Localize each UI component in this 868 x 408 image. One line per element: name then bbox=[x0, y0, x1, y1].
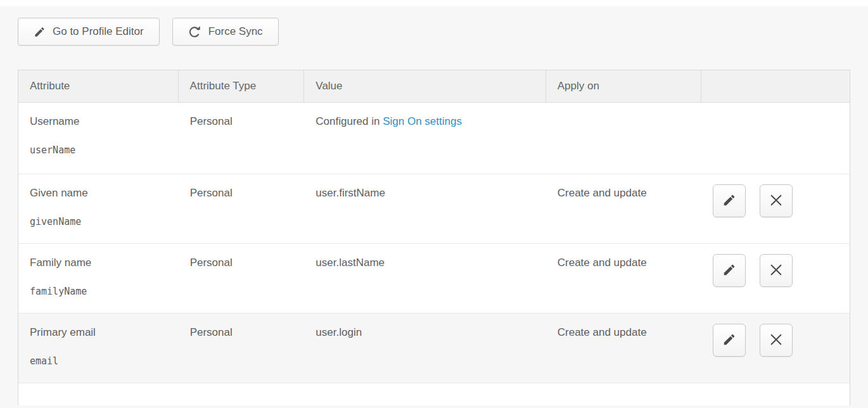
attribute-value: user.login bbox=[304, 314, 546, 383]
pencil-icon bbox=[722, 333, 736, 348]
table-row-username: Username userName Personal Configured in… bbox=[18, 103, 850, 174]
pencil-icon bbox=[34, 26, 46, 38]
close-icon bbox=[769, 193, 783, 209]
edit-attribute-button[interactable] bbox=[713, 254, 746, 287]
attribute-label: Family name bbox=[30, 257, 170, 269]
table-row-family-name: Family name familyName Personal user.las… bbox=[18, 244, 850, 314]
column-header-value: Value bbox=[304, 70, 546, 102]
row-actions bbox=[701, 314, 850, 383]
attribute-label: Username bbox=[30, 115, 170, 128]
attribute-type: Personal bbox=[179, 103, 305, 174]
force-sync-button[interactable]: Force Sync bbox=[172, 18, 279, 46]
force-sync-label: Force Sync bbox=[208, 25, 263, 38]
delete-attribute-button[interactable] bbox=[760, 254, 793, 287]
column-header-actions bbox=[701, 70, 850, 102]
table-row-partial bbox=[18, 383, 850, 405]
apply-on: Create and update bbox=[546, 244, 702, 313]
attribute-value: user.lastName bbox=[304, 244, 546, 313]
delete-attribute-button[interactable] bbox=[760, 184, 793, 217]
apply-on: Create and update bbox=[546, 314, 702, 383]
go-to-profile-editor-button[interactable]: Go to Profile Editor bbox=[18, 18, 160, 46]
table-row-primary-email: Primary email email Personal user.login … bbox=[18, 314, 850, 383]
pencil-icon bbox=[722, 193, 736, 209]
edit-attribute-button[interactable] bbox=[713, 324, 746, 357]
pencil-icon bbox=[722, 263, 736, 279]
attribute-mappings-page: Go to Profile Editor Force Sync Attribut… bbox=[0, 6, 868, 408]
attribute-type: Personal bbox=[179, 244, 305, 313]
table-header: Attribute Attribute Type Value Apply on bbox=[18, 70, 850, 103]
toolbar: Go to Profile Editor Force Sync bbox=[0, 6, 868, 46]
column-header-apply-on: Apply on bbox=[546, 70, 702, 102]
close-icon bbox=[769, 333, 783, 348]
go-to-profile-editor-label: Go to Profile Editor bbox=[53, 25, 144, 38]
value-prefix-text: Configured in bbox=[316, 115, 383, 127]
apply-on bbox=[546, 103, 702, 174]
attribute-label: Primary email bbox=[30, 326, 170, 339]
edit-attribute-button[interactable] bbox=[713, 184, 746, 217]
sign-on-settings-link[interactable]: Sign On settings bbox=[383, 115, 462, 127]
refresh-icon bbox=[188, 25, 201, 39]
attribute-value: Configured in Sign On settings bbox=[304, 103, 546, 174]
close-icon bbox=[769, 263, 783, 279]
attribute-mappings-table: Attribute Attribute Type Value Apply on … bbox=[18, 70, 850, 405]
row-actions bbox=[701, 174, 850, 243]
row-actions bbox=[701, 103, 850, 174]
attribute-type: Personal bbox=[179, 314, 305, 383]
attribute-key: familyName bbox=[30, 286, 170, 297]
delete-attribute-button[interactable] bbox=[760, 324, 793, 357]
column-header-attribute: Attribute bbox=[18, 70, 179, 102]
attribute-type: Personal bbox=[179, 174, 305, 243]
attribute-key: userName bbox=[30, 144, 170, 156]
attribute-key: givenName bbox=[30, 216, 170, 227]
row-actions bbox=[701, 244, 850, 313]
attribute-label: Given name bbox=[30, 187, 170, 200]
column-header-attribute-type: Attribute Type bbox=[179, 70, 305, 102]
apply-on: Create and update bbox=[546, 174, 702, 243]
table-row-given-name: Given name givenName Personal user.first… bbox=[18, 174, 850, 244]
attribute-key: email bbox=[30, 355, 170, 367]
attribute-value: user.firstName bbox=[304, 174, 546, 243]
